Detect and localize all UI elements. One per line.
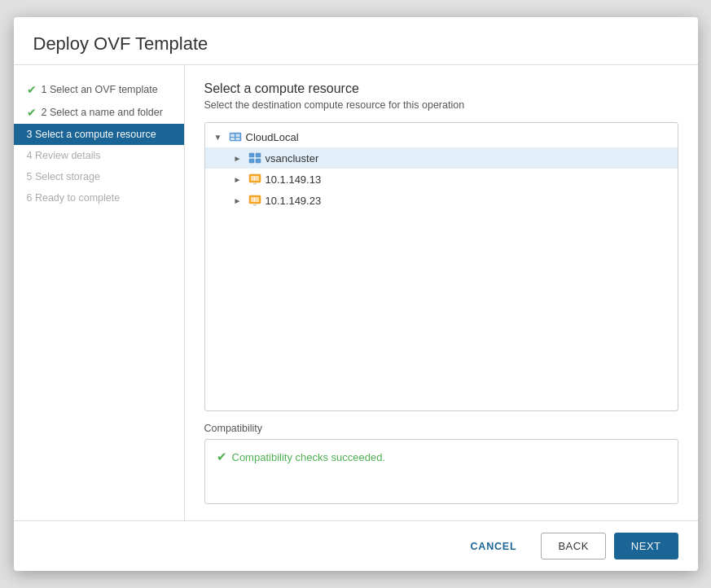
cancel-button[interactable]: CANCEL	[454, 534, 533, 559]
tree-item-host2[interactable]: ► ! 10.1.149.23	[205, 190, 678, 211]
compute-resource-tree[interactable]: ▼ CloudLocal ►	[204, 122, 678, 411]
sidebar-item-step2[interactable]: ✔ 2 Select a name and folder	[14, 101, 184, 124]
sidebar-step2-label: 2 Select a name and folder	[42, 107, 163, 118]
dialog-title: Deploy OVF Template	[33, 33, 678, 55]
tree-item-host1[interactable]: ► ! 10.1.149.13	[205, 169, 678, 190]
svg-text:!: !	[253, 176, 255, 182]
host-warning-icon: !	[248, 172, 262, 186]
tree-item-cloudlocal[interactable]: ▼ CloudLocal	[205, 126, 678, 147]
chevron-right-icon-host1: ►	[231, 173, 244, 186]
chevron-down-icon: ▼	[212, 130, 225, 143]
svg-rect-11	[253, 183, 257, 185]
svg-rect-8	[256, 159, 261, 163]
tree-label-vsancluster: vsancluster	[266, 152, 319, 165]
svg-text:!: !	[253, 197, 255, 203]
dialog-footer: CANCEL BACK NEXT	[14, 520, 698, 571]
check-icon-step2: ✔	[27, 106, 37, 119]
chevron-right-icon-vsancluster: ►	[231, 151, 244, 165]
tree-item-vsancluster[interactable]: ► vsancluster	[205, 147, 678, 169]
sidebar-step6-label: 6 Ready to complete	[27, 192, 121, 204]
svg-rect-3	[235, 134, 239, 138]
dialog-header: Deploy OVF Template	[14, 17, 698, 65]
compatibility-success-message: ✔ Compatibility checks succeeded.	[217, 450, 666, 464]
datacenter-icon	[228, 129, 243, 144]
sidebar-item-step1[interactable]: ✔ 1 Select an OVF template	[14, 78, 184, 101]
svg-rect-2	[230, 138, 235, 140]
check-icon-compatibility: ✔	[217, 450, 227, 464]
sidebar: ✔ 1 Select an OVF template ✔ 2 Select a …	[14, 65, 185, 520]
sidebar-step5-label: 5 Select storage	[27, 171, 100, 182]
back-button[interactable]: BACK	[541, 533, 605, 559]
sidebar-step4-label: 4 Review details	[27, 150, 101, 161]
next-button[interactable]: NEXT	[614, 533, 678, 559]
svg-rect-5	[249, 153, 254, 157]
main-title: Select a compute resource	[204, 81, 678, 96]
sidebar-step3-label: 3 Select a compute resource	[27, 129, 156, 140]
sidebar-item-step3[interactable]: 3 Select a compute resource	[14, 124, 184, 145]
compatibility-label: Compatibility	[204, 423, 678, 434]
deploy-ovf-dialog: Deploy OVF Template ✔ 1 Select an OVF te…	[14, 17, 698, 571]
tree-label-cloudlocal: CloudLocal	[246, 131, 299, 143]
main-content: Select a compute resource Select the des…	[185, 65, 698, 520]
svg-rect-6	[256, 153, 261, 157]
svg-rect-7	[249, 159, 254, 163]
svg-rect-1	[230, 134, 235, 138]
cluster-icon	[248, 151, 262, 165]
compatibility-section: Compatibility ✔ Compatibility checks suc…	[204, 423, 678, 504]
sidebar-step1-label: 1 Select an OVF template	[42, 84, 158, 95]
svg-rect-15	[253, 204, 257, 206]
dialog-body: ✔ 1 Select an OVF template ✔ 2 Select a …	[14, 65, 698, 520]
tree-label-host2: 10.1.149.23	[266, 195, 322, 207]
main-subtitle: Select the destination compute resource …	[204, 99, 678, 111]
chevron-right-icon-host2: ►	[231, 194, 244, 207]
sidebar-item-step4: 4 Review details	[14, 145, 184, 166]
sidebar-item-step6: 6 Ready to complete	[14, 187, 184, 208]
compatibility-message-text: Compatibility checks succeeded.	[232, 451, 386, 463]
tree-label-host1: 10.1.149.13	[266, 173, 322, 186]
sidebar-item-step5: 5 Select storage	[14, 166, 184, 187]
host-warning-icon-2: !	[248, 193, 262, 208]
check-icon-step1: ✔	[27, 83, 37, 96]
svg-rect-4	[235, 138, 239, 140]
compatibility-box: ✔ Compatibility checks succeeded.	[204, 439, 678, 504]
